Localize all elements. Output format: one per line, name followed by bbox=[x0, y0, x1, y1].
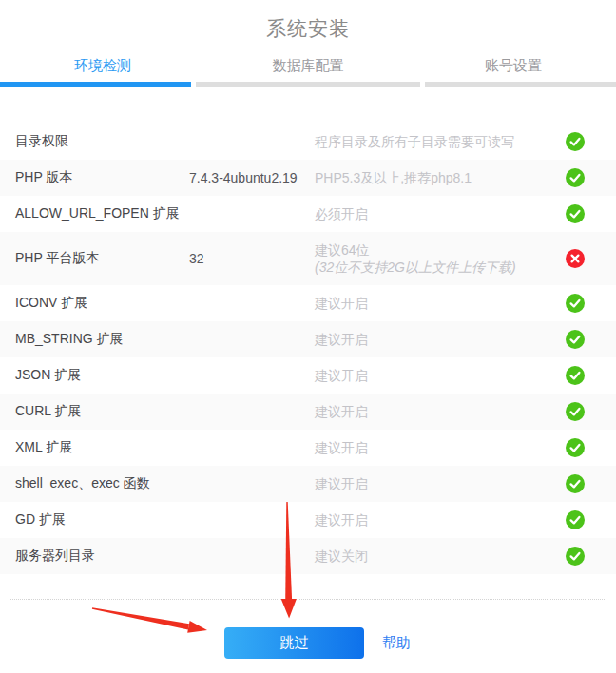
check-circle-icon bbox=[566, 132, 585, 151]
check-row: MB_STRING 扩展建议开启 bbox=[0, 321, 616, 357]
status-cell bbox=[552, 366, 601, 385]
check-requirement: PHP5.3及以上,推荐php8.1 bbox=[315, 169, 552, 186]
check-requirement: 建议开启 bbox=[315, 367, 552, 384]
check-name: CURL 扩展 bbox=[15, 403, 189, 420]
check-circle-icon bbox=[566, 402, 585, 421]
status-cell bbox=[552, 547, 601, 566]
status-cell bbox=[552, 474, 601, 493]
check-row: ALLOW_URL_FOPEN 扩展必须开启 bbox=[0, 196, 616, 232]
step-progress-bar bbox=[0, 82, 616, 87]
check-value: 7.4.3-4ubuntu2.19 bbox=[189, 170, 315, 185]
footer-actions: 跳过 帮助 bbox=[0, 624, 616, 662]
status-cell bbox=[552, 132, 601, 151]
check-requirement: 程序目录及所有子目录需要可读写 bbox=[315, 133, 552, 150]
progress-segment-3 bbox=[425, 82, 616, 87]
check-row: GD 扩展建议开启 bbox=[0, 502, 616, 538]
check-name: 服务器列目录 bbox=[15, 548, 189, 565]
check-desc: 建议开启 bbox=[315, 403, 552, 420]
skip-button[interactable]: 跳过 bbox=[224, 627, 364, 659]
check-requirement: 建议开启 bbox=[315, 331, 552, 348]
step-tab-bar: 环境检测 数据库配置 账号设置 bbox=[0, 54, 616, 77]
check-desc: 建议开启 bbox=[315, 331, 552, 348]
progress-segment-2 bbox=[196, 82, 420, 87]
check-circle-icon bbox=[566, 438, 585, 457]
status-cell bbox=[552, 402, 601, 421]
check-desc: 建议开启 bbox=[315, 439, 552, 456]
check-requirement: 建议开启 bbox=[315, 511, 552, 529]
check-desc: 必须开启 bbox=[315, 205, 552, 222]
check-requirement: 建议开启 bbox=[315, 403, 552, 420]
check-requirement: 建议开启 bbox=[315, 475, 552, 492]
check-desc: PHP5.3及以上,推荐php8.1 bbox=[315, 169, 552, 186]
check-circle-icon bbox=[566, 474, 585, 493]
check-desc: 建议64位(32位不支持2G以上文件上传下载) bbox=[315, 241, 552, 276]
check-circle-icon bbox=[566, 510, 585, 529]
status-cell bbox=[552, 294, 601, 313]
status-cell bbox=[552, 510, 601, 529]
check-name: PHP 版本 bbox=[15, 169, 189, 186]
tab-environment-check[interactable]: 环境检测 bbox=[0, 54, 205, 77]
check-value: 32 bbox=[189, 251, 315, 266]
check-circle-icon bbox=[566, 204, 585, 223]
check-note: (32位不支持2G以上文件上传下载) bbox=[315, 259, 552, 276]
check-circle-icon bbox=[566, 168, 585, 187]
check-circle-icon bbox=[566, 547, 585, 566]
tab-database-config[interactable]: 数据库配置 bbox=[205, 54, 411, 77]
check-name: shell_exec、exec 函数 bbox=[15, 475, 189, 492]
status-cell bbox=[552, 330, 601, 349]
check-name: JSON 扩展 bbox=[15, 367, 189, 384]
check-row: PHP 版本7.4.3-4ubuntu2.19PHP5.3及以上,推荐php8.… bbox=[0, 160, 616, 196]
check-row: 目录权限程序目录及所有子目录需要可读写 bbox=[0, 124, 616, 160]
check-desc: 程序目录及所有子目录需要可读写 bbox=[315, 133, 552, 150]
installer-page: 系统安装 环境检测 数据库配置 账号设置 目录权限程序目录及所有子目录需要可读写… bbox=[0, 0, 616, 673]
dotted-divider bbox=[10, 599, 606, 600]
check-row: CURL 扩展建议开启 bbox=[0, 394, 616, 430]
check-circle-icon bbox=[566, 294, 585, 313]
check-name: MB_STRING 扩展 bbox=[15, 331, 189, 348]
status-cell bbox=[552, 204, 601, 223]
check-row: JSON 扩展建议开启 bbox=[0, 357, 616, 394]
status-cell bbox=[552, 168, 601, 187]
check-circle-icon bbox=[566, 330, 585, 349]
check-row: PHP 平台版本32建议64位(32位不支持2G以上文件上传下载) bbox=[0, 232, 616, 285]
help-link[interactable]: 帮助 bbox=[382, 634, 411, 652]
check-name: ICONV 扩展 bbox=[15, 295, 189, 312]
check-requirement: 建议开启 bbox=[315, 295, 552, 312]
check-name: ALLOW_URL_FOPEN 扩展 bbox=[15, 205, 189, 222]
status-cell bbox=[552, 438, 601, 457]
progress-segment-1 bbox=[0, 82, 191, 87]
check-name: GD 扩展 bbox=[15, 511, 189, 529]
check-requirement: 建议关闭 bbox=[315, 548, 552, 565]
check-circle-icon bbox=[566, 366, 585, 385]
check-name: XML 扩展 bbox=[15, 439, 189, 456]
tab-account-settings[interactable]: 账号设置 bbox=[411, 54, 616, 77]
check-desc: 建议开启 bbox=[315, 367, 552, 384]
check-requirement: 必须开启 bbox=[315, 205, 552, 222]
page-title: 系统安装 bbox=[0, 0, 616, 41]
check-name: 目录权限 bbox=[15, 133, 189, 150]
check-row: ICONV 扩展建议开启 bbox=[0, 285, 616, 321]
check-desc: 建议开启 bbox=[315, 295, 552, 312]
check-row: XML 扩展建议开启 bbox=[0, 430, 616, 466]
check-desc: 建议开启 bbox=[315, 511, 552, 529]
check-desc: 建议关闭 bbox=[315, 548, 552, 565]
check-row: shell_exec、exec 函数建议开启 bbox=[0, 466, 616, 502]
x-circle-icon bbox=[566, 249, 585, 268]
check-name: PHP 平台版本 bbox=[15, 250, 189, 267]
check-requirement: 建议64位 bbox=[315, 241, 552, 259]
check-row: 服务器列目录建议关闭 bbox=[0, 538, 616, 574]
check-desc: 建议开启 bbox=[315, 475, 552, 492]
environment-check-table: 目录权限程序目录及所有子目录需要可读写PHP 版本7.4.3-4ubuntu2.… bbox=[0, 124, 616, 574]
check-requirement: 建议开启 bbox=[315, 439, 552, 456]
status-cell bbox=[552, 249, 601, 268]
